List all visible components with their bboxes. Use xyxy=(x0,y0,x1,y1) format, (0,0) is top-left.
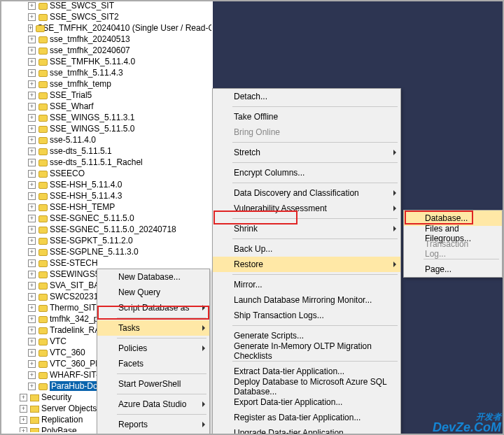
menu-item[interactable]: Encrypt Columns... xyxy=(213,165,400,180)
expand-icon[interactable] xyxy=(28,293,36,301)
menu-item[interactable]: Shrink xyxy=(213,221,400,236)
menu-item[interactable]: Deploy Database to Microsoft Azure SQL D… xyxy=(213,379,400,394)
tree-item[interactable]: sse_tmfhk_temp xyxy=(1,78,211,90)
expand-icon[interactable] xyxy=(28,2,36,10)
database-icon xyxy=(38,214,48,222)
expand-icon[interactable] xyxy=(28,170,36,178)
expand-icon[interactable] xyxy=(28,304,36,312)
tree-item-label: Replication xyxy=(41,415,83,425)
expand-icon[interactable] xyxy=(28,192,36,200)
database-icon xyxy=(38,281,48,290)
expand-icon[interactable] xyxy=(28,360,36,368)
menu-item[interactable]: Page... xyxy=(404,262,502,277)
expand-icon[interactable] xyxy=(20,416,27,424)
menu-item[interactable]: Detach... xyxy=(213,89,400,104)
tree-item[interactable]: SSE_Wharf xyxy=(1,101,211,112)
tree-item[interactable]: sse-dts_5.11.5.1_Rachel xyxy=(1,157,211,168)
expand-icon[interactable] xyxy=(28,215,36,222)
menu-item[interactable]: Back Up... xyxy=(213,241,400,257)
tree-item[interactable]: SSE_TMFHK_20240410 (Single User / Read-O… xyxy=(1,22,211,34)
tree-item[interactable]: SSE_SWCS_SIT xyxy=(1,0,211,11)
expand-icon[interactable] xyxy=(28,58,36,66)
tree-item[interactable]: SSE-HSH_TEMP xyxy=(1,201,211,213)
tree-item-label: SSE-HSH_5.11.4.3 xyxy=(50,191,122,201)
menu-item[interactable]: Tasks xyxy=(97,320,209,336)
menu-item[interactable]: New Query xyxy=(97,285,209,300)
expand-icon[interactable] xyxy=(28,383,36,390)
tree-item[interactable]: SSE-SGNEC_5.11.5.0 xyxy=(1,213,211,224)
tree-item[interactable]: sse-dts_5.11.5.1 xyxy=(1,145,211,157)
expand-icon[interactable] xyxy=(20,405,27,413)
menu-item[interactable]: Policies xyxy=(97,341,209,356)
expand-icon[interactable] xyxy=(28,282,36,290)
menu-item[interactable]: New Database... xyxy=(97,269,209,285)
expand-icon[interactable] xyxy=(20,394,27,401)
tree-item[interactable]: SSE_WINGS_5.11.3.1 xyxy=(1,112,211,123)
menu-item[interactable]: Register as Data-tier Application... xyxy=(213,410,400,425)
expand-icon[interactable] xyxy=(28,371,36,379)
tree-item[interactable]: SSEECO xyxy=(1,168,211,179)
menu-item[interactable]: Azure Data Studio xyxy=(97,397,209,412)
expand-icon[interactable] xyxy=(28,114,36,122)
tree-item[interactable]: SSE-SGPKT_5.11.2.0 xyxy=(1,235,211,246)
menu-item[interactable]: Script Database as xyxy=(97,300,209,315)
expand-icon[interactable] xyxy=(28,327,36,334)
tree-item[interactable]: SSE-SGNEC_5.11.5.0_20240718 xyxy=(1,224,211,235)
expand-icon[interactable] xyxy=(28,80,36,88)
expand-icon[interactable] xyxy=(28,24,33,32)
menu-item[interactable]: Start PowerShell xyxy=(97,376,209,392)
expand-icon[interactable] xyxy=(28,315,36,323)
menu-item[interactable]: Take Offline xyxy=(213,109,400,124)
expand-icon[interactable] xyxy=(28,237,36,245)
tree-item-label: SSE-SGNEC_5.11.5.0 xyxy=(50,213,134,223)
menu-item[interactable]: Mirror... xyxy=(213,277,400,292)
menu-item[interactable]: Launch Database Mirroring Monitor... xyxy=(213,292,400,308)
expand-icon[interactable] xyxy=(28,47,36,55)
expand-icon[interactable] xyxy=(28,159,36,166)
expand-icon[interactable] xyxy=(28,136,36,144)
menu-separator xyxy=(232,183,398,183)
expand-icon[interactable] xyxy=(28,338,36,345)
tree-item[interactable]: SSE_Trial5 xyxy=(1,90,211,101)
tree-item[interactable]: SSE-SGPLNE_5.11.3.0 xyxy=(1,246,211,257)
expand-icon[interactable] xyxy=(28,248,36,256)
expand-icon[interactable] xyxy=(28,271,36,278)
expand-icon[interactable] xyxy=(20,427,27,433)
menu-item[interactable]: Reports xyxy=(97,417,209,432)
expand-icon[interactable] xyxy=(28,259,36,267)
tree-item[interactable]: sse_tmfhk_20240607 xyxy=(1,45,211,56)
tree-item[interactable]: SSE_WINGS_5.11.5.0 xyxy=(1,123,211,134)
menu-item[interactable]: Upgrade Data-tier Application... xyxy=(213,425,400,435)
tree-item-label: sse-dts_5.11.5.1_Rachel xyxy=(50,157,143,167)
tree-item[interactable]: SSE_SWCS_SIT2 xyxy=(1,11,211,22)
database-icon xyxy=(38,337,48,345)
tree-item[interactable]: SSE-HSH_5.11.4.3 xyxy=(1,190,211,201)
tree-item[interactable]: SSE_TMFHK_5.11.4.0 xyxy=(1,56,211,67)
tree-item[interactable]: sse_tmfhk_5.11.4.3 xyxy=(1,67,211,78)
expand-icon[interactable] xyxy=(28,148,36,155)
menu-item[interactable]: Export Data-tier Application... xyxy=(213,394,400,410)
tree-item[interactable]: sse_tmfhk_20240513 xyxy=(1,34,211,45)
expand-icon[interactable] xyxy=(28,349,36,357)
menu-item[interactable]: Facets xyxy=(97,356,209,371)
menu-item[interactable]: Generate In-Memory OLTP Migration Checkl… xyxy=(213,343,400,359)
expand-icon[interactable] xyxy=(28,181,36,189)
expand-icon[interactable] xyxy=(28,69,36,77)
expand-icon[interactable] xyxy=(28,92,36,99)
tree-item[interactable]: sse-5.11.4.0 xyxy=(1,134,211,145)
expand-icon[interactable] xyxy=(28,204,36,211)
database-icon xyxy=(38,359,48,368)
expand-icon[interactable] xyxy=(28,226,36,234)
menu-item[interactable]: Stretch xyxy=(213,145,400,160)
menu-item[interactable]: Restore xyxy=(213,257,400,272)
menu-item[interactable]: Data Discovery and Classification xyxy=(213,185,400,201)
expand-icon[interactable] xyxy=(28,103,36,110)
menu-item[interactable]: Ship Transaction Logs... xyxy=(213,308,400,323)
tree-item[interactable]: SSE-HSH_5.11.4.0 xyxy=(1,179,211,190)
tree-item[interactable]: SSE-STECH xyxy=(1,257,211,269)
database-icon xyxy=(38,13,48,21)
expand-icon[interactable] xyxy=(28,125,36,133)
menu-item[interactable]: Vulnerability Assessment xyxy=(213,201,400,216)
expand-icon[interactable] xyxy=(28,36,36,43)
expand-icon[interactable] xyxy=(28,13,36,21)
